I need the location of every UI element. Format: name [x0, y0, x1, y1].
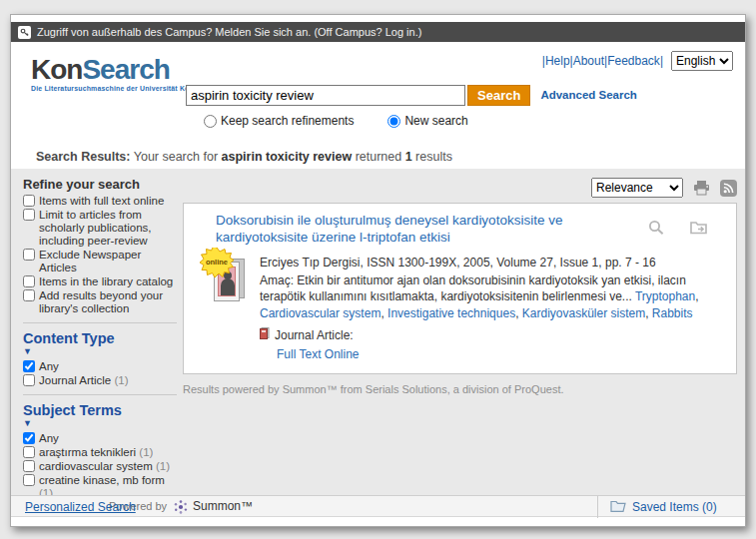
logo-wordmark: KonSearch	[31, 55, 213, 85]
facet-option[interactable]: Items in the library catalog	[23, 275, 177, 288]
sort-select[interactable]: Relevance	[591, 178, 683, 198]
saved-items-button[interactable]: Saved Items (0)	[597, 496, 737, 518]
facet-checkbox[interactable]	[23, 289, 35, 301]
facet-checkbox[interactable]	[23, 432, 35, 444]
summon-wordmark: Summon™	[193, 499, 253, 513]
facet-count: (1)	[136, 446, 153, 458]
results-main: Relevance Doksorubisin ile oluşturulmuş …	[181, 169, 741, 395]
results-summary-text2: returned	[356, 150, 402, 164]
content-type-collapse-icon[interactable]: ▼	[23, 346, 177, 357]
result-body: online Erciyes Tıp Dergisi, ISSN 1300-19…	[206, 255, 724, 363]
refine-sidebar: Refine your search Items with full text …	[23, 175, 177, 498]
subject-terms-options: Anyaraştırma teknikleri (1)cardiovascula…	[23, 432, 177, 498]
facet-count: (1)	[111, 374, 128, 386]
facet-label: cardiovascular system (1)	[39, 460, 170, 473]
full-text-online-link[interactable]: Full Text Online	[277, 346, 359, 362]
nav-link-about[interactable]: About	[573, 54, 604, 68]
facet-option[interactable]: Limit to articles from scholarly publica…	[23, 209, 177, 248]
result-title-link[interactable]: Doksorubisin ile oluşturulmuş deneysel k…	[216, 213, 647, 247]
result-citation: Erciyes Tıp Dergisi, ISSN 1300-199X, 200…	[260, 255, 724, 270]
facet-option[interactable]: Add results beyond your library's collec…	[23, 289, 177, 315]
content-area: Refine your search Items with full text …	[11, 169, 745, 498]
result-details: Erciyes Tıp Dergisi, ISSN 1300-199X, 200…	[260, 255, 724, 363]
result-snippet: Amaç: Etkin bir antitumor ajan olan doks…	[260, 272, 724, 321]
results-summary-suffix: results	[415, 150, 452, 164]
logo-kon: Kon	[31, 54, 82, 85]
keep-refinements-radio[interactable]	[204, 115, 217, 128]
subject-link[interactable]: Investigative techniques	[387, 306, 515, 320]
svg-text:online: online	[206, 258, 228, 267]
facet-label: Journal Article (1)	[39, 374, 128, 387]
facet-option[interactable]: Items with full text online	[23, 195, 177, 208]
facet-option[interactable]: Any	[23, 360, 177, 373]
facet-label: Items in the library catalog	[39, 275, 173, 288]
powered-note: Results powered by Summon™ from Serials …	[183, 383, 741, 395]
facet-checkbox[interactable]	[23, 360, 35, 372]
result-type-row: Journal Article:	[260, 327, 724, 343]
new-search-option[interactable]: New search	[387, 114, 467, 128]
facet-option[interactable]: araştırma teknikleri (1)	[23, 446, 177, 459]
nav-link-help[interactable]: Help	[545, 54, 570, 68]
facet-checkbox[interactable]	[23, 249, 35, 261]
results-summary: Search Results: Your search for aspirin …	[11, 146, 745, 169]
keep-refinements-label: Keep search refinements	[221, 114, 354, 128]
save-to-folder-icon[interactable]	[689, 220, 708, 240]
print-icon[interactable]	[692, 180, 711, 197]
facet-label: Add results beyond your library's collec…	[39, 289, 177, 315]
offcampus-login-bar[interactable]: Zugriff von außerhalb des Campus? Melden…	[11, 22, 745, 42]
nav-separator: |	[660, 54, 663, 68]
facet-option[interactable]: Any	[23, 432, 177, 445]
saved-items-label: Saved Items (0)	[632, 500, 717, 514]
facet-label: Any	[39, 432, 59, 445]
facet-checkbox[interactable]	[23, 195, 35, 207]
advanced-search-link[interactable]: Advanced Search	[540, 89, 637, 101]
preview-icon[interactable]	[648, 220, 665, 240]
logo-search: Search	[82, 54, 169, 85]
saved-items-folder-icon	[610, 498, 626, 516]
summon-logo-icon	[173, 499, 189, 519]
rss-icon[interactable]	[720, 180, 737, 197]
refine-title: Refine your search	[23, 177, 177, 192]
subject-terms-collapse-icon[interactable]: ▼	[23, 418, 177, 429]
content-type-title: Content Type	[23, 330, 177, 346]
search-button[interactable]: Search	[467, 85, 530, 106]
nav-link-feedback[interactable]: Feedback	[607, 54, 660, 68]
subject-link[interactable]: Tryptophan	[635, 289, 695, 303]
subject-link[interactable]: Rabbits	[652, 306, 693, 320]
key-icon	[18, 26, 31, 39]
sidebar-divider	[23, 322, 177, 323]
facet-option[interactable]: cardiovascular system (1)	[23, 460, 177, 473]
language-select[interactable]: English	[671, 51, 733, 71]
facet-checkbox[interactable]	[23, 446, 35, 458]
facet-label: Items with full text online	[39, 195, 164, 208]
facet-checkbox[interactable]	[23, 474, 35, 486]
online-badge: online	[200, 248, 234, 277]
new-search-radio[interactable]	[387, 115, 400, 128]
facet-checkbox[interactable]	[23, 374, 35, 386]
sidebar-divider	[23, 394, 177, 395]
konsearch-window: Zugriff von außerhalb des Campus? Melden…	[10, 14, 746, 527]
facet-count: (1)	[153, 460, 170, 472]
subject-link[interactable]: Cardiovascular system	[260, 306, 380, 320]
search-input[interactable]	[186, 85, 465, 106]
search-form: Search Advanced Search	[186, 85, 637, 106]
facet-option[interactable]: Exclude Newspaper Articles	[23, 249, 177, 274]
result-thumbnail: online	[206, 255, 260, 312]
facet-checkbox[interactable]	[23, 209, 35, 221]
results-summary-title: Search Results:	[36, 150, 130, 164]
results-summary-query: aspirin toxicity review	[222, 150, 353, 164]
subject-terms-title: Subject Terms	[23, 402, 177, 418]
facet-option[interactable]: Journal Article (1)	[23, 374, 177, 387]
subject-link[interactable]: Kardiyovasküler sistem	[522, 306, 645, 320]
results-summary-text1: Your search for	[134, 150, 218, 164]
search-mode-radios: Keep search refinements New search	[204, 114, 468, 128]
content-type-options: AnyJournal Article (1)	[23, 360, 177, 387]
keep-refinements-option[interactable]: Keep search refinements	[204, 114, 354, 128]
personalized-search-link[interactable]: Personalized Search	[25, 500, 136, 514]
offcampus-login-text[interactable]: Zugriff von außerhalb des Campus? Melden…	[37, 26, 421, 38]
header-nav: |Help|About|Feedback| English	[542, 51, 733, 71]
facet-checkbox[interactable]	[23, 460, 35, 472]
facet-label: Any	[39, 360, 59, 373]
footer-branding: Powered by Summon™ Personalized Search	[25, 496, 325, 518]
facet-checkbox[interactable]	[23, 275, 35, 287]
